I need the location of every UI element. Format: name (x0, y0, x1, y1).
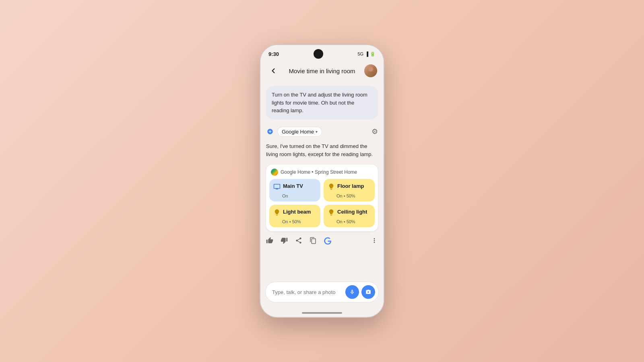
device-card-light-beam[interactable]: Light beam On • 50% (269, 205, 320, 227)
home-indicator (260, 309, 384, 317)
agent-left: Google Home ▾ (266, 127, 322, 137)
app-header: Movie time in living room (260, 61, 384, 81)
mic-button[interactable] (345, 285, 359, 299)
share-icon[interactable] (295, 237, 302, 246)
google-home-icon (271, 169, 278, 176)
agent-row: Google Home ▾ ⚙ (260, 123, 384, 141)
agent-chip[interactable]: Google Home ▾ (277, 127, 322, 137)
chat-input[interactable] (272, 289, 343, 295)
copy-icon[interactable] (310, 237, 317, 246)
ceiling-light-name: Ceiling light (337, 209, 367, 215)
status-icons: 5G ▐ 🔋 (358, 51, 376, 57)
floor-lamp-name: Floor lamp (337, 183, 364, 189)
scroll-content: Turn on the TV and adjust the living roo… (260, 81, 384, 278)
device-card-floor-lamp[interactable]: Floor lamp On • 50% (324, 179, 375, 202)
chevron-down-icon: ▾ (316, 130, 318, 134)
agent-name: Google Home (282, 129, 314, 135)
home-card-header: Google Home • Spring Street Home (266, 165, 378, 179)
floor-lamp-status: On • 50% (328, 193, 371, 198)
lamp-icon-3 (328, 209, 335, 218)
home-indicator-bar (302, 312, 342, 314)
thumbs-up-icon[interactable] (266, 237, 273, 246)
user-message-text: Turn on the TV and adjust the living roo… (272, 92, 367, 113)
device-card-top: Main TV (273, 183, 316, 192)
more-options-icon[interactable] (371, 237, 378, 246)
thumbs-down-icon[interactable] (281, 237, 288, 246)
action-icons-left (266, 237, 331, 246)
user-message-bubble: Turn on the TV and adjust the living roo… (266, 86, 378, 119)
gear-icon[interactable]: ⚙ (372, 127, 378, 136)
home-card-title: Google Home • Spring Street Home (281, 169, 357, 175)
action-row (260, 234, 384, 250)
device-card-top: Light beam (273, 209, 316, 218)
avatar[interactable] (364, 64, 377, 77)
home-card: Google Home • Spring Street Home Main TV… (266, 165, 378, 231)
ceiling-light-status: On • 50% (328, 219, 371, 224)
device-card-top: Floor lamp (328, 183, 371, 192)
lamp-icon-2 (273, 209, 281, 218)
plus-icon[interactable] (266, 128, 274, 136)
camera-notch (314, 49, 323, 59)
status-bar: 9:30 5G ▐ 🔋 (260, 45, 384, 61)
camera-button[interactable] (361, 285, 375, 299)
input-bar (265, 282, 379, 302)
input-bar-container (260, 278, 384, 309)
battery-icon: 🔋 (370, 51, 376, 57)
back-button[interactable] (267, 64, 280, 77)
ai-response-text: Sure, I've turned on the TV and dimmed t… (266, 143, 373, 158)
device-card-ceiling-light[interactable]: Ceiling light On • 50% (324, 205, 375, 227)
main-tv-name: Main TV (283, 183, 303, 189)
devices-grid: Main TV On Floor lamp On • 50% (266, 179, 378, 231)
phone-frame: 9:30 5G ▐ 🔋 Movie time in living room Tu… (260, 44, 384, 318)
network-label: 5G (358, 51, 364, 56)
signal-icon: ▐ (365, 51, 368, 56)
device-card-main-tv[interactable]: Main TV On (269, 179, 320, 202)
page-title: Movie time in living room (289, 68, 355, 74)
google-icon[interactable] (324, 237, 331, 246)
lamp-icon (328, 183, 335, 192)
main-tv-status: On (273, 193, 316, 198)
ai-response: Sure, I've turned on the TV and dimmed t… (260, 141, 384, 163)
light-beam-status: On • 50% (273, 219, 316, 224)
light-beam-name: Light beam (283, 209, 311, 215)
status-time: 9:30 (268, 51, 279, 57)
device-card-top: Ceiling light (328, 209, 371, 218)
tv-icon (273, 183, 281, 192)
